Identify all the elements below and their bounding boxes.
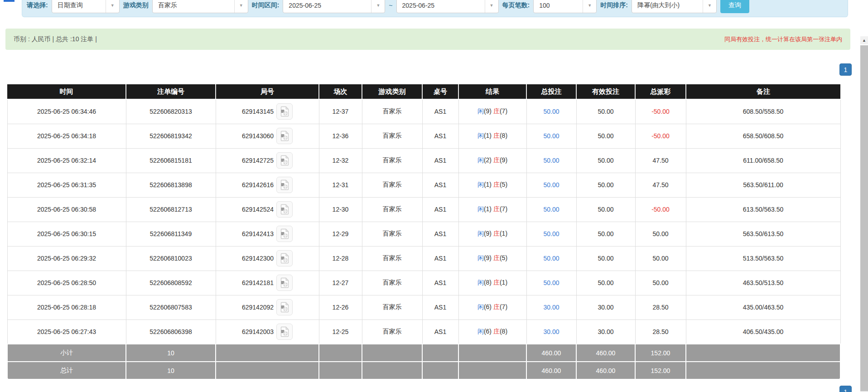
cell-time: 2025-06-25 06:30:15: [7, 222, 126, 246]
table-row: 2025-06-25 06:28:18522606807583629142092…: [7, 295, 840, 319]
clipped-top-link[interactable]: [4, 0, 14, 2]
video-replay-button[interactable]: [276, 201, 293, 218]
cell-payout: 47.50: [635, 148, 686, 173]
cell-time: 2025-06-25 06:34:18: [7, 124, 126, 148]
cell-game-type: 百家乐: [362, 148, 422, 173]
cell-result: 闲(6) 庄(7): [458, 295, 526, 319]
search-button[interactable]: 查询: [720, 0, 749, 13]
cell-payout: 28.50: [635, 319, 686, 344]
video-replay-button[interactable]: [276, 250, 293, 266]
total-bet-link[interactable]: 50.00: [543, 108, 559, 115]
cell-table-no: AS1: [422, 295, 458, 319]
cell-bet-no: 522606811349: [126, 222, 216, 246]
query-type-select[interactable]: 日期查询 ▼: [52, 0, 120, 13]
result-banker-label: 庄: [493, 328, 500, 335]
cell-time: 2025-06-25 06:28:18: [7, 295, 126, 319]
result-player-score: (9): [484, 230, 492, 237]
col-header-time: 时间: [7, 84, 126, 99]
footer-count: 10: [126, 344, 216, 362]
video-replay-button[interactable]: [276, 226, 293, 242]
cell-bet-no: 522606806398: [126, 319, 216, 344]
total-bet-link[interactable]: 50.00: [543, 181, 559, 189]
table-row: 2025-06-25 06:34:18522606819342629143060…: [7, 124, 840, 148]
result-player-score: (1): [484, 205, 492, 213]
date-to-select[interactable]: 2025-06-25 ▼: [396, 0, 499, 13]
footer-total-bet: 460.00: [526, 362, 576, 379]
cell-game-type: 百家乐: [362, 124, 422, 148]
cell-result: 闲(2) 庄(9): [458, 148, 526, 173]
cell-payout: -50.00: [635, 99, 686, 124]
cell-remark: 563.50/613.50: [686, 222, 840, 246]
cell-session: 12-37: [319, 99, 362, 124]
subtotal-row: 小计10460.00460.00152.00: [7, 344, 840, 362]
currency-total-text: 币别 : 人民币 | 总共 :10 注单 |: [14, 35, 97, 44]
video-replay-button[interactable]: [276, 275, 293, 291]
cell-table-no: AS1: [422, 271, 458, 295]
cell-table-no: AS1: [422, 222, 458, 246]
page-size-select[interactable]: 100 ▼: [533, 0, 597, 13]
game-type-select[interactable]: 百家乐 ▼: [152, 0, 248, 13]
grand-total-row: 总计10460.00460.00152.00: [7, 362, 840, 379]
time-sort-label: 时间排序:: [600, 1, 628, 10]
cell-time: 2025-06-25 06:34:46: [7, 99, 126, 124]
total-bet-link[interactable]: 50.00: [543, 279, 559, 286]
cell-total-bet: 50.00: [526, 197, 576, 222]
result-banker-label: 庄: [493, 156, 500, 164]
video-replay-button[interactable]: [276, 324, 293, 340]
footer-label: 小计: [7, 344, 126, 362]
total-bet-link[interactable]: 50.00: [543, 230, 559, 237]
result-banker-label: 庄: [493, 230, 500, 237]
video-replay-icon: [280, 228, 289, 239]
result-player-score: (2): [484, 156, 492, 164]
table-row: 2025-06-25 06:30:15522606811349629142413…: [7, 222, 840, 246]
video-replay-icon: [280, 179, 289, 190]
vertical-scrollbar[interactable]: ▲: [860, 36, 868, 392]
page-size-label: 每页笔数:: [502, 1, 530, 10]
date-range-tilde: ~: [389, 2, 392, 9]
cell-session: 12-25: [319, 319, 362, 344]
time-sort-select[interactable]: 降幂(由大到小) ▼: [632, 0, 717, 13]
cell-remark: 613.50/563.50: [686, 197, 840, 222]
video-replay-icon: [280, 326, 289, 337]
col-header-payout: 总派彩: [635, 84, 686, 99]
cell-table-no: AS1: [422, 197, 458, 222]
date-from-select[interactable]: 2025-06-25 ▼: [283, 0, 385, 13]
total-bet-link[interactable]: 50.00: [543, 206, 559, 213]
video-replay-button[interactable]: [276, 299, 293, 315]
round-number: 629143060: [242, 132, 274, 140]
total-bet-link[interactable]: 30.00: [543, 304, 559, 311]
col-header-session: 场次: [319, 84, 362, 99]
total-bet-link[interactable]: 30.00: [543, 328, 559, 335]
result-banker-label: 庄: [493, 254, 500, 261]
result-banker-score: (9): [500, 156, 507, 164]
video-replay-button[interactable]: [276, 152, 293, 169]
cell-session: 12-36: [319, 124, 362, 148]
result-banker-score: (8): [500, 132, 507, 139]
table-row: 2025-06-25 06:30:58522606812713629142524…: [7, 197, 840, 222]
cell-round: 629142725: [216, 148, 319, 173]
cell-bet-no: 522606808592: [126, 271, 216, 295]
result-player-label: 闲: [477, 279, 484, 286]
video-replay-button[interactable]: [276, 103, 293, 120]
col-header-round: 局号: [216, 84, 319, 99]
video-replay-icon: [280, 302, 289, 313]
video-replay-button[interactable]: [276, 128, 293, 144]
scroll-up-icon[interactable]: ▲: [860, 36, 868, 44]
scrollbar-thumb[interactable]: [860, 44, 868, 391]
total-bet-link[interactable]: 50.00: [543, 132, 559, 140]
cell-time: 2025-06-25 06:30:58: [7, 197, 126, 222]
col-header-game-type: 游戏类别: [362, 84, 422, 99]
result-player-label: 闲: [477, 107, 484, 115]
result-player-score: (9): [484, 107, 492, 115]
cell-payout: 50.00: [635, 246, 686, 271]
pagination-page-1[interactable]: 1: [839, 63, 852, 76]
pagination-page-1-bottom[interactable]: 1: [839, 386, 852, 392]
cell-round: 629143060: [216, 124, 319, 148]
total-bet-link[interactable]: 50.00: [543, 157, 559, 164]
result-banker-score: (5): [500, 181, 507, 188]
cell-session: 12-31: [319, 173, 362, 197]
cell-remark: 563.50/611.00: [686, 173, 840, 197]
result-banker-score: (7): [500, 205, 507, 213]
total-bet-link[interactable]: 50.00: [543, 255, 559, 262]
video-replay-button[interactable]: [276, 177, 293, 193]
